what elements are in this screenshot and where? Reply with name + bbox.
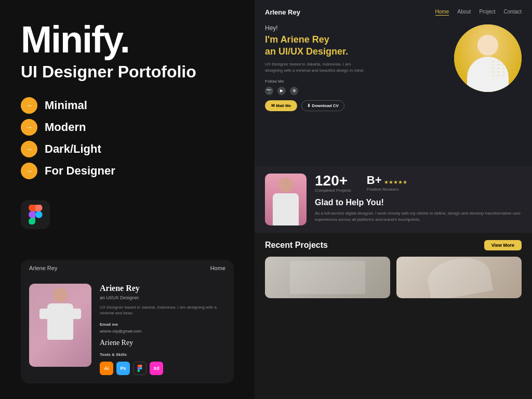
hero-photo	[454, 24, 522, 92]
stats-person-head	[278, 178, 293, 192]
preview-email: arlene.rey@gmail.com	[100, 329, 225, 334]
projects-grid	[265, 257, 522, 298]
tool-figma-badge	[133, 362, 147, 375]
stat-completed-number: 120+	[315, 174, 351, 188]
view-more-button[interactable]: View More	[484, 240, 522, 250]
preview-tools-label: Tools & Skills	[100, 352, 225, 357]
project-card-2[interactable]	[396, 257, 522, 298]
person-head	[53, 288, 68, 302]
feature-minimal-label: Minimal	[45, 99, 87, 112]
preview-info: Ariene Rey an UI/UX Designer. UX Designe…	[100, 284, 225, 375]
brand-subtitle: UI Designer Portofolio	[21, 62, 234, 82]
stat-stars: ★★★★★	[384, 179, 407, 185]
download-cv-button[interactable]: ⬇ Download CV	[301, 100, 344, 111]
figma-small-icon	[137, 365, 143, 372]
section-title: Recent Projects	[265, 241, 328, 250]
recent-projects-section: Recent Projects View More	[255, 233, 532, 399]
arrow-icon-designer: →	[21, 163, 37, 179]
stats-row: 120+ Completed Projects B+ ★★★★★ Positiv…	[315, 174, 522, 193]
stat-rating: B+ ★★★★★ Positive Review's	[367, 174, 407, 193]
preview-desc: UX Designer based in Jakarta, Indonesia.…	[100, 304, 225, 316]
preview-role: an UI/UX Designer.	[100, 295, 225, 300]
stats-about-section: 120+ Completed Projects B+ ★★★★★ Positiv…	[255, 166, 532, 233]
left-panel: Minify. UI Designer Portofolio → Minimal…	[0, 0, 255, 399]
preview-nav-name: Arlene Rey	[29, 265, 57, 271]
stats-person-body	[273, 193, 299, 225]
stat-grade: B+	[367, 174, 382, 187]
social-icons: 📷 ▶ ⊕	[265, 87, 444, 95]
figma-badge	[21, 200, 50, 229]
stat-completed: 120+ Completed Projects	[315, 174, 351, 193]
hero-desc: UX Designer based in Jakarta, Indonesia.…	[265, 61, 369, 74]
feature-darklight: → Dark/Light	[21, 141, 234, 157]
feature-designer-label: For Designer	[45, 164, 115, 178]
preview-nav-link: Home	[210, 265, 225, 271]
feature-darklight-label: Dark/Light	[45, 142, 101, 156]
about-desc: As a full-service digital designer, I wo…	[315, 210, 522, 223]
right-panel: Arlene Rey Home About Project Contact He…	[255, 0, 532, 399]
portfolio-nav-logo: Arlene Rey	[265, 8, 300, 16]
tool-ps-badge: Ps	[116, 362, 130, 375]
dribbble-icon[interactable]: ⊕	[290, 87, 298, 95]
arrow-icon-minimal: →	[21, 97, 37, 114]
feature-modern-label: Modern	[45, 121, 86, 134]
features-list: → Minimal → Modern → Dark/Light → For De…	[21, 97, 234, 184]
brand-title: Minify.	[21, 21, 234, 58]
hero-photo-inner	[454, 24, 522, 92]
tool-ai-badge: Ai	[100, 362, 113, 375]
feature-designer: → For Designer	[21, 163, 234, 179]
nav-link-project[interactable]: Project	[479, 9, 495, 16]
instagram-icon[interactable]: 📷	[265, 87, 273, 95]
dot-pattern	[493, 60, 516, 76]
stats-photo	[265, 174, 307, 225]
stats-person-figure	[265, 174, 307, 225]
preview-signature: Ariene Rey	[100, 339, 225, 347]
preview-person-name: Ariene Rey	[100, 284, 225, 293]
preview-tools: Ai Ps Xd	[100, 362, 225, 375]
stat-rating-row: B+ ★★★★★	[367, 174, 407, 187]
nav-link-contact[interactable]: Contact	[504, 9, 522, 16]
portfolio-nav-links: Home About Project Contact	[435, 9, 522, 16]
hero-greeting: Hey!	[265, 24, 444, 32]
person-arms	[39, 309, 81, 319]
nav-link-home[interactable]: Home	[435, 9, 449, 16]
feature-modern: → Modern	[21, 119, 234, 136]
portfolio-preview: Arlene Rey Home About Project Contact He…	[255, 0, 532, 166]
mail-me-button[interactable]: ✉ Mail Me	[265, 100, 297, 111]
person-figure	[29, 284, 91, 367]
follow-me-label: Follow Me	[265, 79, 444, 84]
preview-photo	[29, 284, 91, 367]
project-card-1[interactable]	[265, 257, 390, 298]
arrow-icon-modern: →	[21, 119, 37, 136]
stat-completed-label: Completed Projects	[315, 188, 351, 193]
preview-nav: Arlene Rey Home	[21, 260, 234, 276]
about-title: Glad to Help You!	[315, 198, 522, 207]
hero-headline-suffix: an UI/UX Designer.	[265, 46, 348, 57]
hero-buttons: ✉ Mail Me ⬇ Download CV	[265, 100, 444, 111]
preview-email-label: Email me	[100, 322, 225, 327]
stat-rating-label: Positive Review's	[367, 187, 407, 192]
svg-point-0	[140, 367, 142, 370]
nav-link-about[interactable]: About	[457, 9, 471, 16]
hero-text: Hey! I'm Ariene Rey an UI/UX Designer. U…	[265, 24, 444, 111]
stats-content: 120+ Completed Projects B+ ★★★★★ Positiv…	[315, 174, 522, 225]
preview-card: Arlene Rey Home Ariene Rey an UI/UX Desi…	[21, 260, 234, 383]
portfolio-nav: Arlene Rey Home About Project Contact	[265, 8, 522, 16]
feature-minimal: → Minimal	[21, 97, 234, 114]
arrow-icon-darklight: →	[21, 141, 37, 157]
preview-body: Ariene Rey an UI/UX Designer. UX Designe…	[21, 276, 234, 383]
section-header: Recent Projects View More	[265, 240, 522, 250]
figma-icon	[27, 205, 44, 224]
tool-xd-badge: Xd	[150, 362, 163, 375]
hero-photo-container	[454, 24, 522, 92]
hero-headline-name: Ariene Rey	[281, 34, 329, 45]
hero-headline: I'm Ariene Rey an UI/UX Designer.	[265, 34, 444, 58]
hero-headline-prefix: I'm	[265, 34, 281, 45]
portfolio-hero: Hey! I'm Ariene Rey an UI/UX Designer. U…	[265, 24, 522, 111]
youtube-icon[interactable]: ▶	[277, 87, 286, 95]
